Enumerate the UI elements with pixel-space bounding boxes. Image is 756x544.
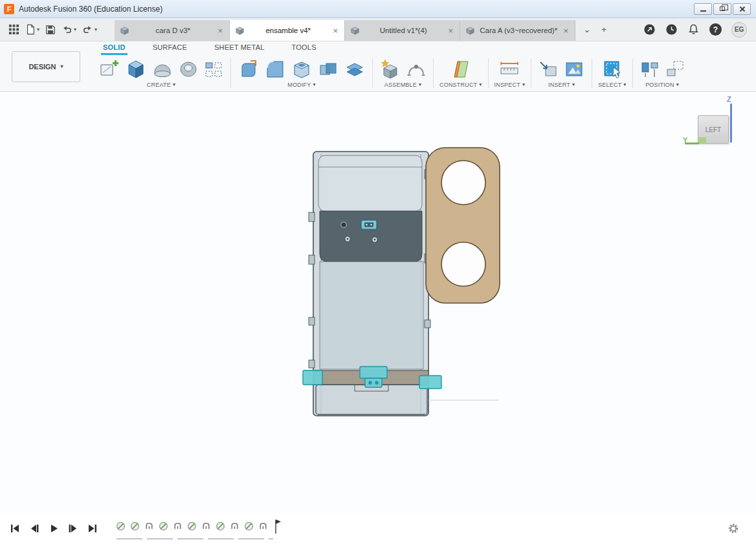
tab-overflow-button[interactable]: ⌄ xyxy=(579,25,595,34)
measure-button[interactable] xyxy=(498,58,521,80)
insert-derive-button[interactable] xyxy=(537,58,559,80)
go-to-start-button[interactable] xyxy=(8,521,22,536)
select-button[interactable] xyxy=(601,58,624,80)
create-dropdown[interactable]: CREATE▾ xyxy=(147,82,175,89)
modify-dropdown[interactable]: MODIFY▾ xyxy=(287,82,315,89)
hole-button[interactable] xyxy=(177,58,199,80)
sketch-feature-icon xyxy=(215,521,226,532)
timeline-feature-joint[interactable] xyxy=(258,521,269,532)
new-document-button[interactable]: + xyxy=(596,25,612,34)
timeline-feature-joint[interactable] xyxy=(144,521,155,532)
timeline-feature-sketch[interactable] xyxy=(215,521,226,532)
timeline-feature-sketch[interactable] xyxy=(186,521,197,532)
timeline-features xyxy=(115,518,282,539)
inspect-dropdown[interactable]: INSPECT▾ xyxy=(495,82,526,89)
gear-icon xyxy=(728,523,739,534)
doc-tab-label: Cara A (v3~recovered)* xyxy=(479,27,558,34)
sketch-feature-icon xyxy=(243,521,254,532)
extensions-icon xyxy=(643,23,656,36)
go-to-end-icon xyxy=(87,523,98,534)
workspace-area: DESIGN ▾ xyxy=(0,41,92,91)
viewport[interactable]: Z LEFT Y xyxy=(0,92,756,513)
assemble-dropdown[interactable]: ASSEMBLE▾ xyxy=(384,82,421,89)
file-icon xyxy=(25,24,36,35)
timeline-feature-sketch[interactable] xyxy=(243,521,254,532)
doc-tab-cara-a[interactable]: Cara A (v3~recovered)* × xyxy=(460,20,575,41)
timeline-feature-joint[interactable] xyxy=(229,521,240,532)
new-component-icon xyxy=(379,59,401,80)
close-button[interactable] xyxy=(733,3,751,15)
step-forward-button[interactable] xyxy=(66,521,80,536)
insert-group: INSERT▾ xyxy=(531,55,592,91)
timeline-feature-sketch[interactable] xyxy=(158,521,169,532)
joint-button[interactable] xyxy=(405,58,427,80)
canvas-button[interactable] xyxy=(562,58,586,80)
workspace-selector[interactable]: DESIGN ▾ xyxy=(12,51,80,82)
pattern-button[interactable] xyxy=(203,58,225,80)
tab-close-icon[interactable]: × xyxy=(447,26,454,36)
minimize-button[interactable] xyxy=(694,3,712,15)
combine-button[interactable] xyxy=(317,58,340,80)
insert-dropdown[interactable]: INSERT▾ xyxy=(548,82,575,89)
press-pull-button[interactable] xyxy=(237,58,260,80)
position-dropdown[interactable]: POSITION▾ xyxy=(645,82,679,89)
measure-icon xyxy=(498,59,520,80)
file-menu-button[interactable]: ▾ xyxy=(23,22,41,37)
view-cube[interactable]: Z LEFT Y xyxy=(686,101,744,155)
tab-surface[interactable]: SURFACE xyxy=(151,43,189,55)
version-history-button[interactable] xyxy=(665,23,678,36)
tab-close-icon[interactable]: × xyxy=(331,26,339,36)
construction-plane-button[interactable] xyxy=(449,58,472,80)
extrude-button[interactable] xyxy=(124,58,148,80)
play-button[interactable] xyxy=(47,521,61,536)
undo-button[interactable]: ▾ xyxy=(60,22,78,37)
quick-access-toolbar: ▾ ▾ ▾ xyxy=(0,18,106,41)
tab-tools[interactable]: TOOLS xyxy=(290,43,318,55)
extrude-icon xyxy=(125,59,147,80)
capture-position-button[interactable] xyxy=(639,58,661,80)
extensions-button[interactable] xyxy=(643,23,656,36)
hole-icon xyxy=(178,59,199,80)
timeline-feature-joint[interactable] xyxy=(201,521,212,532)
model-viewport[interactable] xyxy=(0,92,756,513)
apps-grid-button[interactable] xyxy=(6,22,21,37)
go-to-end-button[interactable] xyxy=(85,521,100,536)
avatar[interactable]: EG xyxy=(731,22,747,38)
split-body-button[interactable] xyxy=(343,58,366,80)
create-sketch-button[interactable] xyxy=(98,58,121,80)
model-bracket[interactable] xyxy=(426,148,500,303)
step-back-button[interactable] xyxy=(27,521,41,536)
restore-button[interactable] xyxy=(713,3,731,15)
canvas-image-icon xyxy=(563,59,585,80)
doc-tab-cara-d[interactable]: cara D v3* × xyxy=(115,20,230,41)
timeline-bar xyxy=(0,513,756,544)
doc-tab-untitled[interactable]: Untitled v1*(4) × xyxy=(345,20,460,41)
revolve-button[interactable] xyxy=(151,58,174,80)
timeline-feature-joint[interactable] xyxy=(172,521,183,532)
tab-close-icon[interactable]: × xyxy=(216,26,224,36)
new-component-button[interactable] xyxy=(379,58,402,80)
joint-feature-icon xyxy=(229,521,240,532)
save-button[interactable] xyxy=(43,23,58,37)
timeline-settings-button[interactable] xyxy=(728,523,739,534)
timeline-position-marker[interactable] xyxy=(274,518,282,535)
document-cube-icon xyxy=(235,26,245,36)
timeline-feature-sketch[interactable] xyxy=(129,521,140,532)
redo-icon xyxy=(82,24,93,35)
tab-sheet-metal[interactable]: SHEET METAL xyxy=(212,43,267,55)
select-dropdown[interactable]: SELECT▾ xyxy=(598,82,626,89)
tab-solid[interactable]: SOLID xyxy=(101,43,128,55)
help-button[interactable]: ? xyxy=(709,23,722,36)
redo-button[interactable]: ▾ xyxy=(80,22,99,37)
notifications-button[interactable] xyxy=(687,23,700,36)
revert-position-button[interactable] xyxy=(664,58,686,80)
restore-icon xyxy=(720,6,725,11)
go-to-start-icon xyxy=(9,523,21,534)
ribbon-tabs: SOLID SURFACE SHEET METAL TOOLS xyxy=(92,41,756,55)
fillet-button[interactable] xyxy=(263,58,287,80)
timeline-feature-sketch[interactable] xyxy=(115,521,126,532)
tab-close-icon[interactable]: × xyxy=(562,26,570,36)
doc-tab-ensamble[interactable]: ensamble v4* × xyxy=(230,20,345,41)
construct-dropdown[interactable]: CONSTRUCT▾ xyxy=(439,82,482,89)
shell-button[interactable] xyxy=(290,58,313,80)
